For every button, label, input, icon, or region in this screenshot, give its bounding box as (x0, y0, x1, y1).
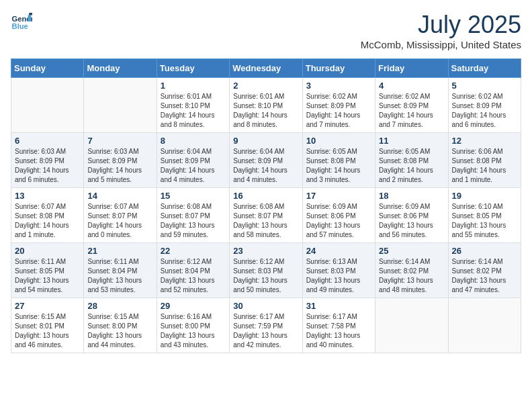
day-info: Sunrise: 6:07 AMSunset: 8:07 PMDaylight:… (87, 202, 152, 240)
calendar-day-cell: 8Sunrise: 6:04 AMSunset: 8:09 PMDaylight… (157, 133, 229, 188)
calendar-day-cell: 13Sunrise: 6:07 AMSunset: 8:08 PMDayligh… (11, 188, 84, 243)
day-number: 18 (379, 191, 444, 201)
day-info: Sunrise: 6:02 AMSunset: 8:09 PMDaylight:… (379, 92, 444, 130)
calendar-day-cell: 19Sunrise: 6:10 AMSunset: 8:05 PMDayligh… (448, 188, 521, 243)
calendar-day-cell: 31Sunrise: 6:17 AMSunset: 7:58 PMDayligh… (302, 298, 375, 353)
calendar-day-cell: 12Sunrise: 6:06 AMSunset: 8:08 PMDayligh… (448, 133, 521, 188)
calendar-week-row: 1Sunrise: 6:01 AMSunset: 8:10 PMDaylight… (11, 78, 521, 133)
day-number: 3 (306, 81, 371, 91)
day-number: 24 (306, 246, 371, 256)
day-number: 8 (161, 136, 226, 146)
calendar-day-cell: 17Sunrise: 6:09 AMSunset: 8:06 PMDayligh… (302, 188, 375, 243)
weekday-header: Saturday (448, 59, 521, 78)
calendar-day-cell: 23Sunrise: 6:12 AMSunset: 8:03 PMDayligh… (230, 243, 302, 298)
day-number: 1 (161, 81, 226, 91)
day-number: 26 (452, 246, 517, 256)
month-title: July 2025 (361, 11, 521, 39)
day-info: Sunrise: 6:14 AMSunset: 8:02 PMDaylight:… (379, 257, 444, 295)
calendar-day-cell (84, 78, 157, 133)
day-info: Sunrise: 6:05 AMSunset: 8:08 PMDaylight:… (306, 147, 371, 185)
location-text: McComb, Mississippi, United States (361, 39, 521, 50)
calendar-week-row: 27Sunrise: 6:15 AMSunset: 8:01 PMDayligh… (11, 298, 521, 353)
calendar-day-cell: 1Sunrise: 6:01 AMSunset: 8:10 PMDaylight… (157, 78, 229, 133)
calendar-day-cell: 22Sunrise: 6:12 AMSunset: 8:04 PMDayligh… (157, 243, 229, 298)
calendar-week-row: 13Sunrise: 6:07 AMSunset: 8:08 PMDayligh… (11, 188, 521, 243)
day-number: 27 (15, 301, 80, 311)
calendar-day-cell: 30Sunrise: 6:17 AMSunset: 7:59 PMDayligh… (230, 298, 302, 353)
calendar-day-cell: 2Sunrise: 6:01 AMSunset: 8:10 PMDaylight… (230, 78, 302, 133)
day-number: 30 (233, 301, 298, 311)
day-number: 25 (379, 246, 444, 256)
day-number: 2 (233, 81, 298, 91)
day-info: Sunrise: 6:09 AMSunset: 8:06 PMDaylight:… (379, 202, 444, 240)
day-info: Sunrise: 6:01 AMSunset: 8:10 PMDaylight:… (233, 92, 298, 130)
calendar-day-cell: 16Sunrise: 6:08 AMSunset: 8:07 PMDayligh… (230, 188, 302, 243)
day-info: Sunrise: 6:17 AMSunset: 7:58 PMDaylight:… (306, 312, 371, 350)
day-info: Sunrise: 6:12 AMSunset: 8:03 PMDaylight:… (233, 257, 298, 295)
weekday-header: Thursday (302, 59, 375, 78)
calendar-week-row: 6Sunrise: 6:03 AMSunset: 8:09 PMDaylight… (11, 133, 521, 188)
calendar-day-cell (375, 298, 448, 353)
logo: General Blue (11, 11, 32, 32)
calendar-day-cell: 10Sunrise: 6:05 AMSunset: 8:08 PMDayligh… (302, 133, 375, 188)
day-number: 9 (233, 136, 298, 146)
day-info: Sunrise: 6:16 AMSunset: 8:00 PMDaylight:… (161, 312, 226, 350)
calendar-day-cell: 9Sunrise: 6:04 AMSunset: 8:09 PMDaylight… (230, 133, 302, 188)
calendar-table: SundayMondayTuesdayWednesdayThursdayFrid… (11, 58, 521, 353)
page-header: General Blue July 2025 McComb, Mississip… (11, 11, 521, 50)
calendar-day-cell: 14Sunrise: 6:07 AMSunset: 8:07 PMDayligh… (84, 188, 157, 243)
weekday-header: Wednesday (230, 59, 302, 78)
calendar-day-cell: 29Sunrise: 6:16 AMSunset: 8:00 PMDayligh… (157, 298, 229, 353)
svg-text:Blue: Blue (12, 22, 28, 30)
day-number: 16 (233, 191, 298, 201)
calendar-day-cell: 3Sunrise: 6:02 AMSunset: 8:09 PMDaylight… (302, 78, 375, 133)
day-number: 14 (87, 191, 152, 201)
calendar-header-row: SundayMondayTuesdayWednesdayThursdayFrid… (11, 59, 521, 78)
day-info: Sunrise: 6:15 AMSunset: 8:01 PMDaylight:… (15, 312, 80, 350)
calendar-day-cell: 27Sunrise: 6:15 AMSunset: 8:01 PMDayligh… (11, 298, 84, 353)
calendar-day-cell: 25Sunrise: 6:14 AMSunset: 8:02 PMDayligh… (375, 243, 448, 298)
weekday-header: Sunday (11, 59, 84, 78)
svg-marker-2 (28, 15, 32, 21)
day-info: Sunrise: 6:04 AMSunset: 8:09 PMDaylight:… (161, 147, 226, 185)
day-number: 4 (379, 81, 444, 91)
day-number: 17 (306, 191, 371, 201)
day-number: 6 (15, 136, 80, 146)
calendar-day-cell: 26Sunrise: 6:14 AMSunset: 8:02 PMDayligh… (448, 243, 521, 298)
day-info: Sunrise: 6:02 AMSunset: 8:09 PMDaylight:… (306, 92, 371, 130)
calendar-day-cell: 24Sunrise: 6:13 AMSunset: 8:03 PMDayligh… (302, 243, 375, 298)
day-info: Sunrise: 6:07 AMSunset: 8:08 PMDaylight:… (15, 202, 80, 240)
day-number: 22 (161, 246, 226, 256)
calendar-day-cell: 21Sunrise: 6:11 AMSunset: 8:04 PMDayligh… (84, 243, 157, 298)
weekday-header: Friday (375, 59, 448, 78)
calendar-day-cell: 18Sunrise: 6:09 AMSunset: 8:06 PMDayligh… (375, 188, 448, 243)
calendar-day-cell: 28Sunrise: 6:15 AMSunset: 8:00 PMDayligh… (84, 298, 157, 353)
calendar-day-cell: 6Sunrise: 6:03 AMSunset: 8:09 PMDaylight… (11, 133, 84, 188)
calendar-day-cell (448, 298, 521, 353)
calendar-day-cell: 7Sunrise: 6:03 AMSunset: 8:09 PMDaylight… (84, 133, 157, 188)
calendar-day-cell: 20Sunrise: 6:11 AMSunset: 8:05 PMDayligh… (11, 243, 84, 298)
svg-marker-3 (29, 13, 32, 15)
day-number: 23 (233, 246, 298, 256)
day-number: 21 (87, 246, 152, 256)
day-number: 7 (87, 136, 152, 146)
day-number: 15 (161, 191, 226, 201)
day-info: Sunrise: 6:15 AMSunset: 8:00 PMDaylight:… (87, 312, 152, 350)
day-number: 13 (15, 191, 80, 201)
calendar-day-cell: 5Sunrise: 6:02 AMSunset: 8:09 PMDaylight… (448, 78, 521, 133)
day-info: Sunrise: 6:08 AMSunset: 8:07 PMDaylight:… (233, 202, 298, 240)
day-info: Sunrise: 6:14 AMSunset: 8:02 PMDaylight:… (452, 257, 517, 295)
calendar-day-cell: 4Sunrise: 6:02 AMSunset: 8:09 PMDaylight… (375, 78, 448, 133)
day-info: Sunrise: 6:01 AMSunset: 8:10 PMDaylight:… (161, 92, 226, 130)
day-info: Sunrise: 6:03 AMSunset: 8:09 PMDaylight:… (87, 147, 152, 185)
day-number: 11 (379, 136, 444, 146)
day-number: 31 (306, 301, 371, 311)
logo-icon: General Blue (11, 11, 32, 32)
calendar-week-row: 20Sunrise: 6:11 AMSunset: 8:05 PMDayligh… (11, 243, 521, 298)
day-number: 28 (87, 301, 152, 311)
day-number: 20 (15, 246, 80, 256)
day-info: Sunrise: 6:08 AMSunset: 8:07 PMDaylight:… (161, 202, 226, 240)
day-info: Sunrise: 6:05 AMSunset: 8:08 PMDaylight:… (379, 147, 444, 185)
day-info: Sunrise: 6:06 AMSunset: 8:08 PMDaylight:… (452, 147, 517, 185)
day-info: Sunrise: 6:12 AMSunset: 8:04 PMDaylight:… (161, 257, 226, 295)
